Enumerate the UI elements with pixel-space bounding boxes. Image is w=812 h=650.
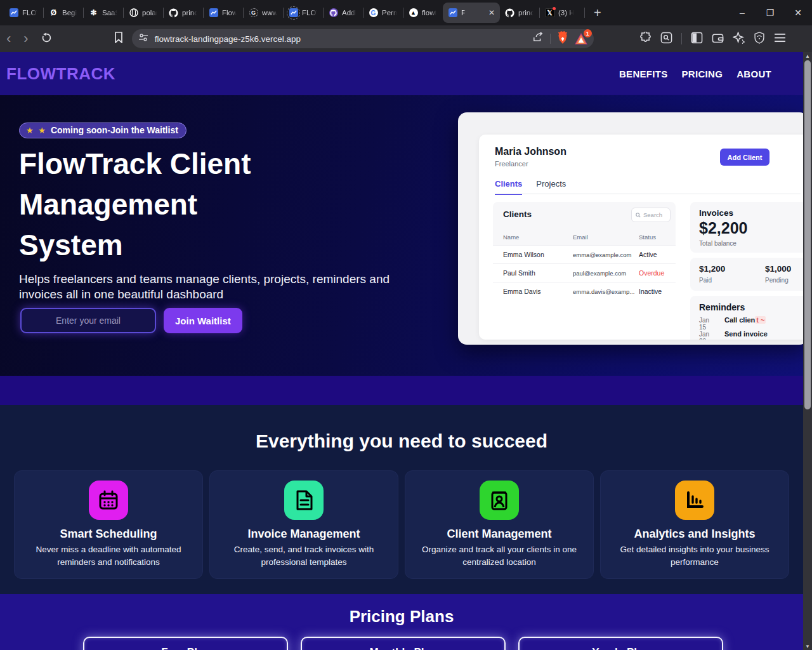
rewards-badge: 1 bbox=[584, 29, 592, 37]
flowtrack-favicon-icon bbox=[9, 8, 18, 18]
table-row[interactable]: Paul Smith paul@example.com Overdue bbox=[493, 263, 676, 282]
bookmark-icon[interactable] bbox=[114, 32, 123, 46]
nav-about[interactable]: ABOUT bbox=[737, 69, 771, 79]
tab-title: FLOW bbox=[302, 9, 318, 17]
email-input[interactable] bbox=[20, 308, 156, 333]
contact-card-icon bbox=[480, 481, 519, 520]
scrollbar-thumb[interactable] bbox=[804, 60, 811, 409]
invoice-document-icon bbox=[284, 481, 324, 520]
nav-pricing[interactable]: PRICING bbox=[682, 69, 723, 79]
maximize-button[interactable]: ❐ bbox=[756, 0, 784, 25]
hero-subtitle: Helps freelancers and teams manage clien… bbox=[19, 272, 390, 302]
join-waitlist-button[interactable]: Join Waitlist bbox=[164, 308, 242, 333]
tab-github-1[interactable]: princ bbox=[164, 2, 203, 23]
forward-icon[interactable]: › bbox=[17, 32, 34, 46]
dashboard-card: Maria Johnson Freelancer Add Client Clie… bbox=[479, 135, 803, 340]
github-favicon-icon bbox=[169, 8, 178, 18]
leo-ai-sparkles-icon[interactable] bbox=[733, 32, 745, 46]
site-settings-icon[interactable] bbox=[138, 33, 148, 44]
pricing-card-monthly[interactable]: Monthly Plan bbox=[301, 637, 506, 650]
add-client-button[interactable]: Add Client bbox=[720, 149, 769, 166]
feature-card-smart-scheduling: Smart Scheduling Never miss a deadline w… bbox=[14, 470, 203, 579]
pending-label: Pending bbox=[765, 277, 789, 284]
tab-active-flowtrack[interactable]: F ✕ bbox=[443, 3, 500, 23]
google-favicon-icon: G bbox=[369, 8, 378, 18]
page-scrollbar[interactable]: ▲ ▼ bbox=[803, 52, 812, 650]
menu-hamburger-icon[interactable] bbox=[774, 33, 786, 45]
tab-projects[interactable]: Projects bbox=[536, 179, 566, 195]
toolbar-extensions bbox=[639, 32, 786, 46]
tab-www[interactable]: G www bbox=[244, 2, 283, 23]
tab-flowtrack-1[interactable]: FLOW bbox=[4, 2, 43, 23]
clients-table: Name Email Status Emma Wilson emma@examp… bbox=[493, 229, 676, 300]
invoices-total: $2,200 bbox=[699, 219, 747, 237]
tab-x-twitter[interactable]: 𝕏 (3) H bbox=[540, 2, 584, 23]
nav-benefits[interactable]: BENEFITS bbox=[619, 69, 668, 79]
brave-shield-icon[interactable] bbox=[557, 31, 568, 46]
tab-google[interactable]: G Perm bbox=[363, 2, 403, 23]
x-favicon-icon: 𝕏 bbox=[545, 8, 554, 18]
tab-github-2[interactable]: princ bbox=[500, 2, 539, 23]
features-section: Everything you need to succeed Smart Sch… bbox=[0, 405, 803, 594]
tab-title: princ bbox=[182, 9, 198, 17]
invoices-panel: Invoices $2,200 Total balance bbox=[690, 202, 803, 253]
url-text[interactable]: flowtrack-landingpage-z5k6.vercel.app bbox=[155, 34, 532, 44]
reminder-highlight: t ~ bbox=[755, 316, 766, 324]
scroll-down-icon[interactable]: ▼ bbox=[803, 642, 812, 650]
tab-github-purple[interactable]: Addi bbox=[324, 2, 363, 23]
pricing-section: Pricing Plans Free Plan Monthly Plan Yea… bbox=[0, 594, 803, 650]
dashboard-user-name: Maria Johnson bbox=[495, 146, 566, 157]
tab-title: FLOW bbox=[22, 9, 38, 17]
compass-favicon-icon: Ø bbox=[49, 8, 58, 18]
scroll-up-icon[interactable]: ▲ bbox=[803, 52, 812, 60]
invoices-total-label: Total balance bbox=[699, 240, 737, 247]
clients-panel: Clients Search Name Email Status bbox=[493, 202, 676, 298]
hero-title: FlowTrack Client Management System bbox=[19, 143, 251, 265]
close-button[interactable]: ✕ bbox=[784, 0, 812, 25]
share-icon[interactable] bbox=[532, 32, 544, 45]
flowtrack-favicon-icon bbox=[209, 8, 218, 18]
brave-rewards-icon[interactable]: 1 bbox=[575, 33, 587, 44]
tab-title: Flow bbox=[222, 9, 237, 17]
client-search-input[interactable]: Search bbox=[631, 208, 671, 222]
tab-title: www bbox=[262, 9, 278, 17]
feature-card-analytics: Analytics and Insights Get detailed insi… bbox=[600, 470, 789, 579]
reminders-panel: Reminders Jan 15 Call client ~ Jan 20 Se… bbox=[690, 296, 803, 340]
wallet-icon[interactable] bbox=[712, 32, 724, 46]
table-row[interactable]: Emma Davis emma.davis@examp... Inactive bbox=[493, 282, 676, 300]
tab-title: polar bbox=[142, 9, 158, 17]
tab-begin[interactable]: Ø Begin bbox=[44, 2, 83, 23]
search-panel-icon[interactable] bbox=[660, 32, 672, 46]
minimize-button[interactable]: – bbox=[728, 0, 756, 25]
github-purple-favicon-icon bbox=[329, 8, 338, 18]
tab-polar[interactable]: polar bbox=[124, 2, 163, 23]
table-row[interactable]: Emma Wilson emma@example.com Active bbox=[493, 245, 676, 263]
new-tab-button[interactable]: + bbox=[585, 6, 610, 20]
reload-icon[interactable] bbox=[35, 32, 58, 46]
extensions-puzzle-icon[interactable] bbox=[639, 32, 652, 46]
tab-flowtrack-2[interactable]: Flow bbox=[204, 2, 243, 23]
tab-saas[interactable]: ✻ SaaS bbox=[84, 2, 123, 23]
flowtrack-logo: FLOWTRACK bbox=[6, 64, 115, 84]
feature-card-client-management: Client Management Organize and track all… bbox=[405, 470, 594, 579]
sidebar-icon[interactable] bbox=[691, 32, 703, 46]
pricing-card-free[interactable]: Free Plan bbox=[83, 637, 288, 650]
tab-close-icon[interactable]: ✕ bbox=[488, 9, 495, 17]
feature-title: Smart Scheduling bbox=[15, 527, 202, 541]
pricing-heading: Pricing Plans bbox=[0, 594, 803, 627]
vpn-shield-icon[interactable] bbox=[754, 32, 765, 46]
tab-clients[interactable]: Clients bbox=[495, 179, 522, 195]
tab-vercel[interactable]: ▲ flowt bbox=[403, 2, 443, 23]
invoices-title: Invoices bbox=[699, 208, 733, 218]
vercel-favicon-icon: ▲ bbox=[409, 8, 418, 18]
features-heading: Everything you need to succeed bbox=[0, 405, 803, 452]
site-header: FLOWTRACK BENEFITS PRICING ABOUT bbox=[0, 52, 803, 95]
calendar-icon bbox=[89, 481, 128, 520]
pricing-card-yearly[interactable]: Yearly Plan bbox=[518, 637, 723, 650]
paid-pending-panel: $1,200 Paid $1,000 Pending bbox=[690, 258, 803, 291]
tab-flowtrack-loading[interactable]: FLOW bbox=[284, 2, 323, 23]
feature-cards: Smart Scheduling Never miss a deadline w… bbox=[14, 470, 789, 579]
address-bar[interactable]: flowtrack-landingpage-z5k6.vercel.app 1 bbox=[132, 29, 594, 48]
back-icon[interactable]: ‹ bbox=[0, 32, 17, 46]
search-placeholder: Search bbox=[643, 211, 662, 218]
